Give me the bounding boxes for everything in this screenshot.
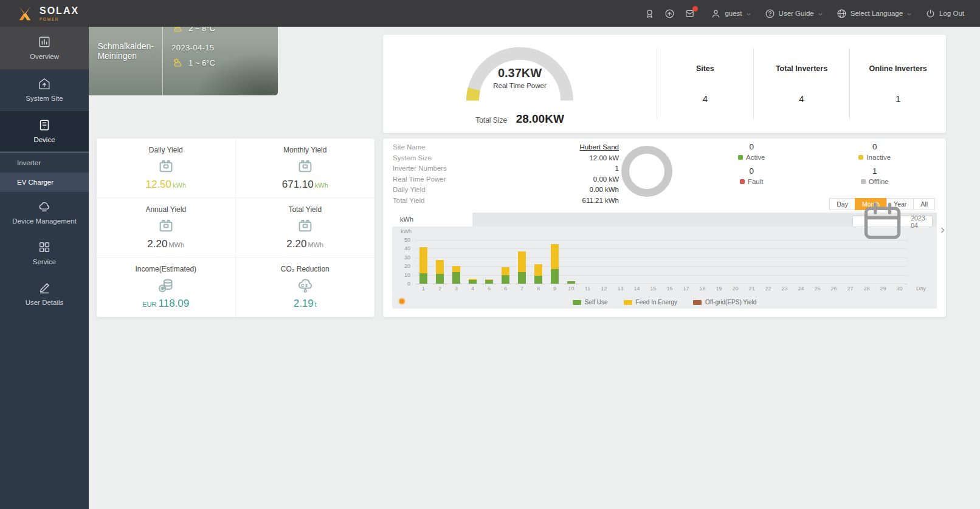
x-tick-label: 10 bbox=[563, 285, 579, 292]
sidebar-item-user-details[interactable]: User Details bbox=[0, 273, 89, 314]
x-tick-label: 26 bbox=[826, 285, 842, 292]
coins-icon bbox=[154, 276, 178, 295]
bar-slot bbox=[858, 240, 875, 284]
meter-icon bbox=[154, 217, 178, 235]
notification-badge bbox=[692, 6, 698, 12]
alarm-icon[interactable] bbox=[664, 9, 675, 19]
stat-label: Total Inverters bbox=[776, 64, 827, 73]
status-count: 1 bbox=[872, 166, 877, 176]
x-tick-label: 22 bbox=[760, 285, 776, 292]
yield-label: Monthly Yield bbox=[283, 146, 326, 154]
sidebar-item-service[interactable]: Service bbox=[0, 233, 89, 273]
site-row-value: 611.21 kWh bbox=[582, 197, 619, 204]
status-count: 0 bbox=[872, 142, 877, 151]
carousel-dot[interactable] bbox=[398, 298, 405, 305]
chart-date-picker[interactable]: 2023-04 bbox=[852, 216, 933, 227]
brand-logo[interactable]: SOLAX POWER bbox=[16, 4, 79, 22]
carousel-next-arrow[interactable]: › bbox=[940, 222, 945, 235]
x-tick-label: 29 bbox=[875, 285, 891, 292]
site-row: Site NameHubert Sand bbox=[393, 143, 619, 154]
legend-swatch bbox=[573, 300, 581, 305]
chevron-down-icon bbox=[906, 11, 912, 16]
site-row: Inverter Numbers1 bbox=[393, 165, 619, 176]
stacked-bar-day-2 bbox=[436, 260, 444, 284]
bars-area bbox=[415, 240, 908, 284]
tab-kwh[interactable]: kWh bbox=[392, 213, 472, 227]
user-guide-icon bbox=[765, 9, 775, 19]
language-menu[interactable]: Select Language bbox=[837, 9, 912, 19]
bar-segment bbox=[534, 264, 542, 276]
warranty-icon[interactable] bbox=[644, 9, 655, 19]
status-label: Inactive bbox=[866, 154, 891, 161]
site-row-label: Inverter Numbers bbox=[393, 165, 447, 172]
bar-segment bbox=[452, 272, 460, 284]
sidebar-item-label: Device bbox=[33, 136, 55, 143]
yield-summary-card: Daily Yield12.50kWhMonthly Yield671.10kW… bbox=[97, 138, 374, 317]
user-guide-menu[interactable]: User Guide bbox=[765, 9, 823, 19]
sidebar-item-overview[interactable]: Overview bbox=[0, 27, 89, 69]
overview-summary-card: 0.37KW Real Time Power Total Size 28.00K… bbox=[383, 35, 946, 133]
bar-segment bbox=[436, 260, 444, 274]
yield-cell-monthly-yield: Monthly Yield671.10kWh bbox=[236, 138, 375, 198]
yield-currency: EUR bbox=[142, 301, 156, 308]
site-name-link[interactable]: Hubert Sand bbox=[579, 143, 619, 151]
yield-label: Income(Estimated) bbox=[135, 265, 196, 273]
forecast-date: 2023-04-15 bbox=[171, 43, 269, 52]
x-axis-labels: 1234567891011121314151617181920212223242… bbox=[415, 285, 908, 292]
sidebar-item-inverter[interactable]: Inverter bbox=[0, 153, 89, 173]
sidebar-item-system-site[interactable]: System Site bbox=[0, 69, 89, 110]
sidebar-item-ev-charger[interactable]: EV Charger bbox=[0, 173, 89, 192]
language-label: Select Language bbox=[851, 10, 903, 17]
chevron-down-icon bbox=[818, 11, 823, 16]
y-tick-label: 20 bbox=[396, 263, 410, 269]
brand-name: SOLAX bbox=[40, 6, 79, 16]
bar-slot bbox=[793, 240, 809, 284]
x-tick-label: 17 bbox=[678, 285, 694, 292]
stacked-bar-day-6 bbox=[502, 267, 509, 284]
legend-item-off-grid-eps-yield[interactable]: Off-grid(EPS) Yield bbox=[693, 299, 756, 306]
range-tab-all[interactable]: All bbox=[913, 198, 935, 210]
system-site-icon bbox=[38, 77, 51, 91]
bar-slot bbox=[448, 240, 464, 284]
inverter-status-donut bbox=[621, 146, 672, 197]
stacked-bar-day-4 bbox=[469, 279, 477, 284]
yield-value-row: 12.50kWh bbox=[145, 179, 186, 191]
legend-item-self-use[interactable]: Self Use bbox=[573, 299, 608, 306]
logout-button[interactable]: Log Out bbox=[925, 9, 964, 19]
sidebar-item-label: Service bbox=[33, 258, 56, 265]
message-icon[interactable] bbox=[685, 9, 695, 19]
x-tick-label: 30 bbox=[891, 285, 908, 292]
stat-label: Sites bbox=[696, 64, 714, 73]
legend-label: Self Use bbox=[585, 299, 608, 306]
yield-label: Daily Yield bbox=[149, 146, 183, 154]
x-tick-label: 9 bbox=[547, 285, 563, 292]
bar-segment bbox=[419, 273, 427, 284]
legend-item-feed-in-energy[interactable]: Feed In Energy bbox=[624, 299, 677, 306]
real-time-power-value: 0.37KW bbox=[383, 66, 657, 80]
power-gauge: 0.37KW Real Time Power Total Size 28.00K… bbox=[383, 35, 657, 133]
legend-label: Off-grid(EPS) Yield bbox=[705, 299, 756, 306]
yield-value: 2.19 bbox=[294, 298, 314, 309]
sidebar-item-device[interactable]: Device bbox=[0, 110, 89, 152]
stat-online-inverters: Online Inverters1 bbox=[849, 48, 946, 120]
bar-slot bbox=[596, 240, 612, 284]
bar-slot bbox=[875, 240, 891, 284]
user-menu[interactable]: guest bbox=[711, 9, 751, 19]
bar-segment bbox=[469, 280, 477, 284]
user-name: guest bbox=[725, 10, 742, 17]
meter-icon bbox=[293, 217, 317, 235]
summary-stats: Sites4Total Inverters4Online Inverters1 bbox=[657, 48, 946, 120]
logout-label: Log Out bbox=[939, 10, 964, 17]
stat-value: 4 bbox=[799, 94, 804, 104]
bar-slot bbox=[547, 240, 563, 284]
bar-slot bbox=[711, 240, 727, 284]
site-detail-rows: Site NameHubert SandSystem Size12.00 kWI… bbox=[393, 143, 619, 208]
site-detail-card: Site NameHubert SandSystem Size12.00 kWI… bbox=[383, 138, 946, 317]
site-row-value: 0.00 kWh bbox=[589, 186, 619, 193]
x-tick-label: 20 bbox=[727, 285, 744, 292]
range-tab-day[interactable]: Day bbox=[829, 198, 855, 210]
sidebar-item-label: User Details bbox=[26, 299, 64, 306]
site-row: Real Time Power0.00 kW bbox=[393, 176, 619, 186]
stat-sites: Sites4 bbox=[657, 48, 753, 120]
sidebar-item-device-management[interactable]: Device Management bbox=[0, 192, 89, 233]
